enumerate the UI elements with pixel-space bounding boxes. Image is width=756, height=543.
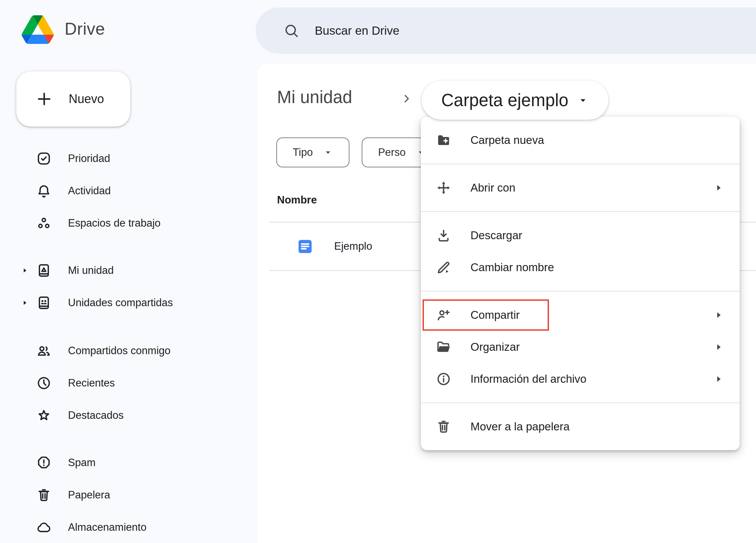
menu-section: Carpeta nueva: [421, 117, 740, 164]
sidebar-item-espacios-de-trabajo[interactable]: Espacios de trabajo: [0, 207, 255, 239]
search-bar[interactable]: [256, 7, 756, 54]
menu-item-compartir[interactable]: Compartir: [421, 299, 740, 331]
open-with-icon: [436, 180, 451, 196]
menu-item-descargar[interactable]: Descargar: [421, 219, 740, 251]
folder-open-icon: [436, 339, 451, 355]
search-input[interactable]: [314, 23, 688, 38]
my-drive-icon: [36, 263, 52, 278]
download-icon: [436, 228, 451, 243]
caret-down-icon: [323, 147, 333, 158]
shared-drives-icon: [36, 295, 52, 311]
trash-icon: [436, 419, 451, 434]
plus-icon: [35, 90, 53, 108]
menu-section: DescargarCambiar nombre: [421, 211, 740, 291]
people-icon: [36, 343, 52, 359]
chevron-right-icon: [400, 93, 413, 105]
submenu-arrow-icon: [713, 342, 723, 352]
current-folder-label: Carpeta ejemplo: [441, 90, 568, 110]
menu-item-abrir-con[interactable]: Abrir con: [421, 172, 740, 204]
submenu-arrow-icon: [713, 183, 723, 193]
spam-icon: [36, 455, 52, 471]
sidebar-item-prioridad[interactable]: Prioridad: [0, 142, 255, 175]
menu-section: CompartirOrganizarInformación del archiv…: [421, 291, 740, 402]
expand-arrow-icon[interactable]: [21, 299, 29, 307]
menu-item-carpeta-nueva[interactable]: Carpeta nueva: [421, 124, 740, 156]
sidebar-group: Mi unidadUnidades compartidas: [0, 254, 255, 319]
clock-icon: [36, 375, 52, 391]
breadcrumb-root[interactable]: Mi unidad: [277, 87, 352, 107]
sidebar-item-destacados[interactable]: Destacados: [0, 399, 255, 431]
workspaces-icon: [36, 215, 52, 231]
sidebar-item-actividad[interactable]: Actividad: [0, 175, 255, 207]
pencil-icon: [436, 260, 451, 275]
menu-section: Abrir con: [421, 164, 740, 211]
context-menu: Carpeta nuevaAbrir conDescargarCambiar n…: [421, 117, 740, 450]
trash-icon: [36, 487, 52, 503]
breadcrumb-current-folder[interactable]: Carpeta ejemplo: [422, 81, 608, 120]
search-icon: [284, 23, 299, 38]
sidebar-group: SpamPapeleraAlmacenamiento: [0, 446, 255, 543]
menu-section: Mover a la papelera: [421, 402, 740, 450]
sidebar-item-papelera[interactable]: Papelera: [0, 479, 255, 511]
sidebar-item-spam[interactable]: Spam: [0, 446, 255, 479]
star-icon: [36, 408, 52, 423]
sidebar-item-recientes[interactable]: Recientes: [0, 367, 255, 399]
sidebar-item-mi-unidad[interactable]: Mi unidad: [0, 254, 255, 286]
new-button-label: Nuevo: [69, 92, 104, 106]
new-folder-icon: [436, 132, 451, 148]
google-doc-icon: [297, 238, 313, 254]
sidebar-item-unidades-compartidas[interactable]: Unidades compartidas: [0, 286, 255, 319]
sidebar-group: PrioridadActividadEspacios de trabajo: [0, 142, 255, 239]
menu-item-organizar[interactable]: Organizar: [421, 331, 740, 363]
menu-item-mover-a-la-papelera[interactable]: Mover a la papelera: [421, 411, 740, 443]
new-button[interactable]: Nuevo: [16, 71, 130, 127]
google-drive-logo[interactable]: [22, 15, 54, 44]
priority-icon: [36, 151, 52, 166]
app-title: Drive: [65, 19, 105, 39]
expand-arrow-icon[interactable]: [21, 267, 29, 274]
menu-item-informacion-del-archivo[interactable]: Información del archivo: [421, 363, 740, 395]
menu-item-cambiar-nombre[interactable]: Cambiar nombre: [421, 251, 740, 283]
filter-row: TipoPerso: [276, 137, 442, 167]
column-header-name[interactable]: Nombre: [277, 194, 317, 206]
sidebar-item-compartidos-conmigo[interactable]: Compartidos conmigo: [0, 334, 255, 367]
sidebar-group: Compartidos conmigoRecientesDestacados: [0, 334, 255, 431]
submenu-arrow-icon: [713, 310, 723, 320]
sidebar-item-almacenamiento[interactable]: Almacenamiento: [0, 511, 255, 543]
submenu-arrow-icon: [713, 374, 723, 384]
cloud-icon: [36, 520, 52, 535]
info-icon: [436, 371, 451, 387]
caret-down-icon: [577, 95, 589, 106]
person-add-icon: [436, 307, 451, 323]
bell-icon: [36, 183, 52, 199]
filter-chip-tipo[interactable]: Tipo: [276, 137, 349, 167]
